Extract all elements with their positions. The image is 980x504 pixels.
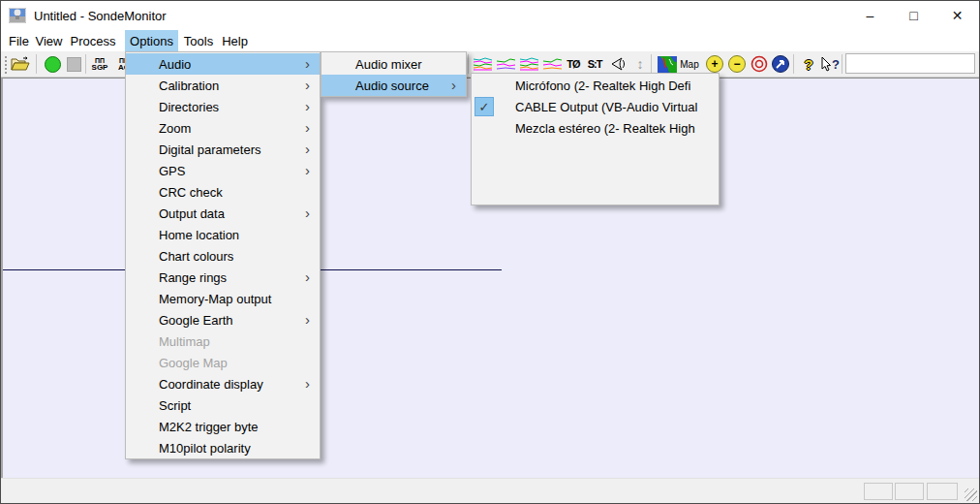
close-button[interactable]: ✕ <box>935 1 979 30</box>
toolbar-blank-panel <box>845 53 975 74</box>
decode-view-2-button[interactable] <box>495 53 516 75</box>
menu-item-home-location[interactable]: Home location <box>126 224 320 245</box>
menu-item-directories[interactable]: Directories › <box>126 96 320 117</box>
menu-item-calibration[interactable]: Calibration › <box>126 75 320 96</box>
toolbar-separator <box>793 54 794 74</box>
updown-button[interactable]: ↕ <box>629 53 651 75</box>
toolbar-separator <box>842 54 842 74</box>
menu-item-multimap: Multimap <box>126 331 320 352</box>
menu-item-gps[interactable]: GPS › <box>126 160 320 181</box>
map-label: Map <box>680 59 698 70</box>
menu-item-audio-mixer[interactable]: Audio mixer <box>322 53 466 75</box>
pan-button[interactable] <box>770 53 791 75</box>
menu-item-chart-colours[interactable]: Chart colours <box>126 245 320 267</box>
menu-item-script[interactable]: Script <box>126 394 320 416</box>
horn-icon <box>609 56 628 72</box>
menu-item-cable-output[interactable]: ✓ CABLE Output (VB-Audio Virtual <box>472 96 719 117</box>
menu-options[interactable]: Options <box>125 30 178 51</box>
menu-item-range-rings[interactable]: Range rings › <box>126 267 320 288</box>
submenu-arrow-icon: › <box>305 205 310 221</box>
zoom-in-button[interactable]: + <box>704 53 725 75</box>
t0-label: TØ <box>567 58 579 70</box>
t0-button[interactable]: TØ <box>563 53 584 75</box>
menu-view[interactable]: View <box>33 30 65 51</box>
zoom-out-icon: − <box>728 55 746 73</box>
minimize-button[interactable]: – <box>848 1 892 30</box>
stop-icon <box>67 57 81 72</box>
menu-item-google-earth[interactable]: Google Earth › <box>126 309 320 331</box>
menu-process[interactable]: Process <box>65 30 121 51</box>
menu-item-m2k2-trigger-byte[interactable]: M2K2 trigger byte <box>126 416 320 437</box>
menu-tools[interactable]: Tools <box>180 30 217 51</box>
zoom-out-button[interactable]: − <box>726 53 748 75</box>
map-button[interactable]: Map <box>679 53 700 75</box>
decode-view-4-button[interactable] <box>541 53 563 75</box>
menu-item-audio[interactable]: Audio › <box>126 53 320 75</box>
app-icon <box>9 8 26 23</box>
submenu-arrow-icon: › <box>305 141 310 157</box>
record-button[interactable] <box>42 53 63 75</box>
app-window: Untitled - SondeMonitor – □ ✕ File View … <box>0 0 980 504</box>
stop-button[interactable] <box>63 53 84 75</box>
menu-item-digital-parameters[interactable]: Digital parameters › <box>126 139 320 160</box>
menu-item-google-map: Google Map <box>126 352 320 373</box>
menu-item-memory-map-output[interactable]: Memory-Map output <box>126 288 320 309</box>
waveform-multicolor-icon <box>520 57 538 71</box>
record-icon <box>45 56 61 73</box>
range-rings-button[interactable] <box>749 53 770 75</box>
map-view-button[interactable] <box>657 53 678 75</box>
toolbar-separator <box>651 54 652 74</box>
menu-item-coordinate-display[interactable]: Coordinate display › <box>126 373 320 394</box>
toolbar-separator <box>468 54 469 74</box>
menu-item-output-data[interactable]: Output data › <box>126 203 320 224</box>
options-dropdown-menu: Audio › Calibration › Directories › Zoom… <box>125 51 321 459</box>
context-help-button[interactable]: ? <box>817 53 842 75</box>
menu-help[interactable]: Help <box>217 30 253 51</box>
map-thumbnail-icon <box>658 56 677 73</box>
menu-item-m10pilot-polarity[interactable]: M10pilot polarity <box>126 437 320 458</box>
menu-item-crc-check[interactable]: CRC check <box>126 181 320 203</box>
submenu-arrow-icon: › <box>305 55 310 72</box>
help-button[interactable]: ? <box>798 53 819 75</box>
submenu-arrow-icon: › <box>305 162 310 178</box>
resize-grip[interactable] <box>965 488 977 501</box>
open-folder-icon <box>11 56 30 72</box>
menu-item-microfono[interactable]: Micrófono (2- Realtek High Defi <box>472 75 719 96</box>
menu-bar: File View Process Options Tools Help <box>1 30 979 51</box>
cursor-icon <box>820 56 831 72</box>
submenu-arrow-icon: › <box>305 119 310 136</box>
decode-view-1-button[interactable] <box>472 53 493 75</box>
status-panel-2 <box>895 483 924 500</box>
open-file-button[interactable] <box>10 53 31 75</box>
menu-item-mezcla-estereo[interactable]: Mezcla estéreo (2- Realtek High <box>472 117 719 139</box>
sgp-mode-button[interactable]: ПП SGP <box>89 53 110 75</box>
waveform-sparse-icon <box>543 57 562 71</box>
submenu-arrow-icon: › <box>305 268 310 285</box>
up-down-arrow-icon: ↕ <box>637 56 644 72</box>
title-bar: Untitled - SondeMonitor – □ ✕ <box>1 1 979 30</box>
submenu-arrow-icon: › <box>305 375 310 392</box>
submenu-arrow-icon: › <box>305 98 310 114</box>
menu-file[interactable]: File <box>4 30 34 51</box>
audio-source-submenu: Micrófono (2- Realtek High Defi ✓ CABLE … <box>471 73 720 205</box>
toolbar-separator <box>36 54 37 74</box>
submenu-arrow-icon: › <box>305 311 310 328</box>
waveform-multicolor-icon <box>474 57 492 71</box>
target-icon <box>750 55 768 73</box>
status-panel-3 <box>927 483 958 500</box>
st-button[interactable]: S:T <box>584 53 605 75</box>
sonde-whistle-button[interactable] <box>608 53 629 75</box>
compass-arrow-icon <box>772 55 789 73</box>
submenu-arrow-icon: › <box>451 77 456 93</box>
waveform-sparse-icon <box>497 57 515 71</box>
maximize-button[interactable]: □ <box>892 1 935 30</box>
help-icon: ? <box>804 56 812 73</box>
status-bar <box>1 478 979 503</box>
context-help-question-icon: ? <box>832 57 840 72</box>
decode-view-3-button[interactable] <box>518 53 539 75</box>
submenu-arrow-icon: › <box>305 77 310 93</box>
menu-item-audio-source[interactable]: Audio source › <box>322 75 466 96</box>
checkmark-icon: ✓ <box>475 97 494 116</box>
menu-item-zoom[interactable]: Zoom › <box>126 117 320 139</box>
zoom-in-icon: + <box>706 55 723 73</box>
